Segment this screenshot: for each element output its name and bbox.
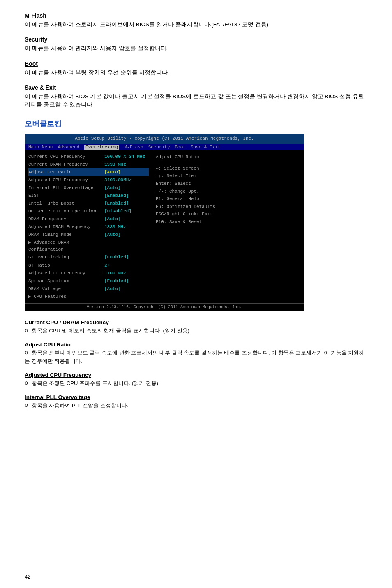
bios-row[interactable]: Current CPU Frequency100.00 X 34 MHz (28, 153, 149, 161)
bios-row[interactable]: DRAM Voltage[Auto] (28, 285, 149, 293)
menu-security[interactable]: Security (148, 145, 170, 150)
bios-row[interactable]: Adjusted CPU Frequency3400.00MHz (28, 176, 149, 184)
bios-row[interactable]: GT Ratio27 (28, 262, 149, 270)
bios-row[interactable]: Current DRAM Frequency1333 MHz (28, 161, 149, 168)
desc-body: 이 항목은 외부나 메인보드 클럭 속도에 관한 프로세서의 내부 클럭 속도를… (25, 349, 367, 365)
boot-title: Boot (25, 60, 367, 67)
desc-section: Adjust CPU Ratio이 항목은 외부나 메인보드 클럭 속도에 관한… (25, 341, 367, 365)
section-mflash: M-Flash 이 메뉴를 사용하여 스토리지 드라이브에서 BIOS를 읽거나… (25, 12, 367, 29)
menu-save-exit[interactable]: Save & Exit (191, 145, 221, 150)
bios-help-line: ↑↓: Select Item (156, 173, 300, 180)
menu-boot[interactable]: Boot (175, 145, 185, 150)
save-exit-body: 이 메뉴를 사용하여 BIOS 기본 값이나 출고시 기본 설정을 BIOS에 … (25, 92, 367, 109)
bios-header: Aptio Setup Utility - Copyright (C) 2011… (25, 134, 304, 144)
bios-emulator: Aptio Setup Utility - Copyright (C) 2011… (25, 134, 304, 311)
bios-row[interactable]: Internal PLL Overvoltage[Auto] (28, 184, 149, 192)
bios-help: ↔: Select Screen↑↓: Select ItemEnter: Se… (156, 165, 300, 226)
bios-left-panel: Current CPU Frequency100.00 X 34 MHzCurr… (25, 150, 152, 303)
bios-row[interactable]: ▶ CPU Features (28, 293, 149, 301)
bios-row[interactable]: Spread Spectrum[Enabled] (28, 277, 149, 285)
section-save-exit: Save & Exit 이 메뉴를 사용하여 BIOS 기본 값이나 출고시 기… (25, 84, 367, 109)
mflash-title: M-Flash (25, 12, 367, 19)
oc-title: 오버클로킹 (25, 119, 367, 129)
bios-footer: Version 2.13.1216. Copyright (C) 2011 Am… (25, 303, 304, 311)
bios-content: Current CPU Frequency100.00 X 34 MHzCurr… (25, 150, 304, 303)
bios-row[interactable]: Adjust CPU Ratio[Auto] (28, 168, 149, 176)
bios-row[interactable]: Intel Turbo Boost[Enabled] (28, 200, 149, 208)
menu-advanced[interactable]: Advanced (58, 145, 79, 150)
top-sections: M-Flash 이 메뉴를 사용하여 스토리지 드라이브에서 BIOS를 읽거나… (25, 12, 367, 109)
mflash-body: 이 메뉴를 사용하여 스토리지 드라이브에서 BIOS를 읽거나 플래시합니다.… (25, 21, 367, 29)
bios-row[interactable]: Adjusted GT Frequency1100 MHz (28, 270, 149, 277)
desc-title: Internal PLL Overvoltage (25, 394, 367, 400)
menu-mflash[interactable]: M-Flash (124, 145, 143, 150)
section-security: Security 이 메뉴를 사용하여 관리자와 사용자 암호를 설정합니다. (25, 36, 367, 53)
desc-title: Adjust CPU Ratio (25, 341, 367, 348)
section-boot: Boot 이 메뉴를 사용하여 부팅 장치의 우선 순위를 지정합니다. (25, 60, 367, 77)
bios-help-line: ESC/Right Click: Exit (156, 211, 300, 218)
bios-right-panel: Adjust CPU Ratio ↔: Select Screen↑↓: Sel… (152, 150, 304, 303)
bios-header-line1: Aptio Setup Utility - Copyright (C) 2011… (28, 135, 301, 143)
desc-body: 이 항목을 사용하여 PLL 전압을 조정합니다. (25, 401, 367, 410)
desc-title: Adjusted CPU Frequency (25, 372, 367, 378)
desc-section: Current CPU / DRAM Frequency이 항목은 CPU 및 … (25, 319, 367, 335)
page-number: 42 (25, 574, 30, 580)
menu-main[interactable]: Main Menu (28, 145, 53, 150)
bios-row[interactable]: EIST[Enabled] (28, 192, 149, 200)
desc-title: Current CPU / DRAM Frequency (25, 319, 367, 325)
desc-section: Adjusted CPU Frequency이 항목은 조정된 CPU 주파수를… (25, 372, 367, 387)
bios-help-line: Enter: Select (156, 180, 300, 188)
boot-body: 이 메뉴를 사용하여 부팅 장치의 우선 순위를 지정합니다. (25, 69, 367, 77)
bios-row[interactable]: ▶ Advanced DRAM Configuration (28, 239, 149, 254)
bios-row[interactable]: DRAM Timing Mode[Auto] (28, 231, 149, 239)
bios-row[interactable]: OC Genie Button Operation[Disabled] (28, 208, 149, 215)
bios-right-description: Adjust CPU Ratio (156, 153, 300, 161)
bios-help-line: ↔: Select Screen (156, 165, 300, 173)
desc-section: Internal PLL Overvoltage이 항목을 사용하여 PLL 전… (25, 394, 367, 410)
descriptions-section: Current CPU / DRAM Frequency이 항목은 CPU 및 … (25, 319, 367, 410)
bios-row[interactable]: Adjusted DRAM Frequency1333 MHz (28, 223, 149, 231)
security-body: 이 메뉴를 사용하여 관리자와 사용자 암호를 설정합니다. (25, 44, 367, 53)
bios-help-line: F10: Save & Reset (156, 219, 300, 226)
oc-section: 오버클로킹 Aptio Setup Utility - Copyright (C… (25, 119, 367, 311)
desc-body: 이 항목은 CPU 및 메모리 속도의 현재 클럭을 표시합니다. (읽기 전용… (25, 327, 367, 335)
desc-body: 이 항목은 조정된 CPU 주파수를 표시합니다. (읽기 전용) (25, 379, 367, 387)
menu-overclocking[interactable]: Overclocking (84, 145, 119, 150)
bios-help-line: +/-: Change Opt. (156, 188, 300, 196)
bios-row[interactable]: GT OverClocking[Enabled] (28, 254, 149, 261)
bios-row[interactable]: DRAM Frequency[Auto] (28, 215, 149, 223)
save-exit-title: Save & Exit (25, 84, 367, 91)
bios-help-line: F6: Optimized Defaults (156, 203, 300, 211)
bios-menu-bar: Main Menu Advanced Overclocking M-Flash … (25, 144, 304, 150)
bios-help-line: F1: General Help (156, 196, 300, 203)
security-title: Security (25, 36, 367, 43)
